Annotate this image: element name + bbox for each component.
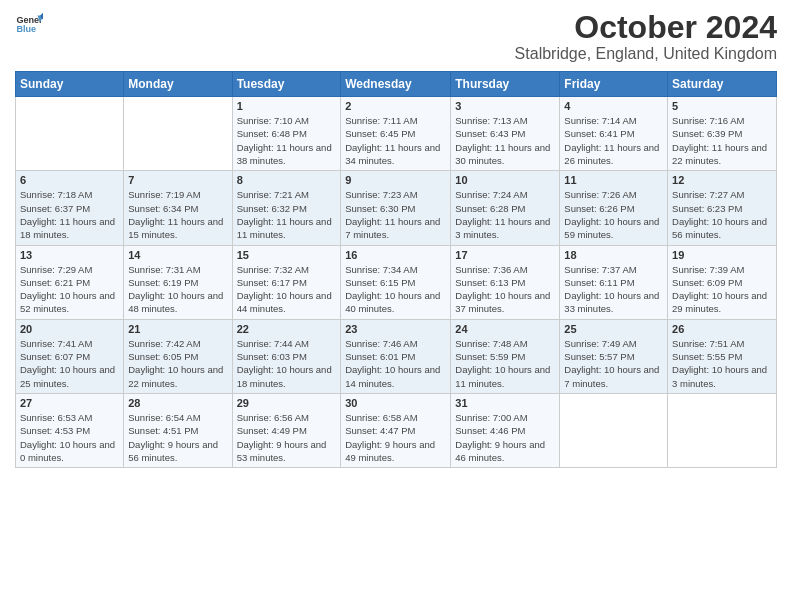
day-number: 10 — [455, 174, 555, 186]
weekday-header-friday: Friday — [560, 72, 668, 97]
day-info: Sunrise: 7:27 AM Sunset: 6:23 PM Dayligh… — [672, 188, 772, 241]
day-number: 4 — [564, 100, 663, 112]
day-number: 7 — [128, 174, 227, 186]
main-title: October 2024 — [515, 10, 777, 45]
day-info: Sunrise: 7:00 AM Sunset: 4:46 PM Dayligh… — [455, 411, 555, 464]
weekday-header-tuesday: Tuesday — [232, 72, 341, 97]
day-number: 24 — [455, 323, 555, 335]
day-cell: 21Sunrise: 7:42 AM Sunset: 6:05 PM Dayli… — [124, 319, 232, 393]
day-cell: 6Sunrise: 7:18 AM Sunset: 6:37 PM Daylig… — [16, 171, 124, 245]
day-number: 21 — [128, 323, 227, 335]
day-number: 12 — [672, 174, 772, 186]
day-info: Sunrise: 7:24 AM Sunset: 6:28 PM Dayligh… — [455, 188, 555, 241]
day-cell: 15Sunrise: 7:32 AM Sunset: 6:17 PM Dayli… — [232, 245, 341, 319]
day-info: Sunrise: 7:18 AM Sunset: 6:37 PM Dayligh… — [20, 188, 119, 241]
day-cell: 12Sunrise: 7:27 AM Sunset: 6:23 PM Dayli… — [668, 171, 777, 245]
subtitle: Stalbridge, England, United Kingdom — [515, 45, 777, 63]
logo-icon: General Blue — [15, 10, 43, 38]
week-row-3: 13Sunrise: 7:29 AM Sunset: 6:21 PM Dayli… — [16, 245, 777, 319]
day-number: 11 — [564, 174, 663, 186]
day-number: 9 — [345, 174, 446, 186]
day-cell: 26Sunrise: 7:51 AM Sunset: 5:55 PM Dayli… — [668, 319, 777, 393]
day-cell: 5Sunrise: 7:16 AM Sunset: 6:39 PM Daylig… — [668, 97, 777, 171]
day-number: 1 — [237, 100, 337, 112]
day-number: 16 — [345, 249, 446, 261]
day-info: Sunrise: 7:44 AM Sunset: 6:03 PM Dayligh… — [237, 337, 337, 390]
logo: General Blue — [15, 10, 43, 38]
day-info: Sunrise: 7:48 AM Sunset: 5:59 PM Dayligh… — [455, 337, 555, 390]
day-cell: 4Sunrise: 7:14 AM Sunset: 6:41 PM Daylig… — [560, 97, 668, 171]
day-cell: 20Sunrise: 7:41 AM Sunset: 6:07 PM Dayli… — [16, 319, 124, 393]
day-cell: 27Sunrise: 6:53 AM Sunset: 4:53 PM Dayli… — [16, 393, 124, 467]
day-cell — [16, 97, 124, 171]
day-info: Sunrise: 7:51 AM Sunset: 5:55 PM Dayligh… — [672, 337, 772, 390]
day-info: Sunrise: 7:49 AM Sunset: 5:57 PM Dayligh… — [564, 337, 663, 390]
week-row-4: 20Sunrise: 7:41 AM Sunset: 6:07 PM Dayli… — [16, 319, 777, 393]
svg-text:Blue: Blue — [16, 24, 36, 34]
day-number: 14 — [128, 249, 227, 261]
day-info: Sunrise: 7:16 AM Sunset: 6:39 PM Dayligh… — [672, 114, 772, 167]
day-cell: 11Sunrise: 7:26 AM Sunset: 6:26 PM Dayli… — [560, 171, 668, 245]
day-info: Sunrise: 7:41 AM Sunset: 6:07 PM Dayligh… — [20, 337, 119, 390]
day-number: 5 — [672, 100, 772, 112]
day-number: 6 — [20, 174, 119, 186]
day-cell: 14Sunrise: 7:31 AM Sunset: 6:19 PM Dayli… — [124, 245, 232, 319]
day-cell: 7Sunrise: 7:19 AM Sunset: 6:34 PM Daylig… — [124, 171, 232, 245]
day-number: 3 — [455, 100, 555, 112]
day-info: Sunrise: 7:31 AM Sunset: 6:19 PM Dayligh… — [128, 263, 227, 316]
day-cell: 17Sunrise: 7:36 AM Sunset: 6:13 PM Dayli… — [451, 245, 560, 319]
day-info: Sunrise: 6:54 AM Sunset: 4:51 PM Dayligh… — [128, 411, 227, 464]
day-info: Sunrise: 7:36 AM Sunset: 6:13 PM Dayligh… — [455, 263, 555, 316]
week-row-1: 1Sunrise: 7:10 AM Sunset: 6:48 PM Daylig… — [16, 97, 777, 171]
day-info: Sunrise: 7:29 AM Sunset: 6:21 PM Dayligh… — [20, 263, 119, 316]
day-info: Sunrise: 7:37 AM Sunset: 6:11 PM Dayligh… — [564, 263, 663, 316]
day-number: 15 — [237, 249, 337, 261]
day-number: 8 — [237, 174, 337, 186]
calendar-table: SundayMondayTuesdayWednesdayThursdayFrid… — [15, 71, 777, 468]
day-number: 27 — [20, 397, 119, 409]
day-number: 17 — [455, 249, 555, 261]
day-cell: 2Sunrise: 7:11 AM Sunset: 6:45 PM Daylig… — [341, 97, 451, 171]
day-cell: 22Sunrise: 7:44 AM Sunset: 6:03 PM Dayli… — [232, 319, 341, 393]
day-cell: 23Sunrise: 7:46 AM Sunset: 6:01 PM Dayli… — [341, 319, 451, 393]
day-number: 2 — [345, 100, 446, 112]
day-cell — [668, 393, 777, 467]
day-info: Sunrise: 6:58 AM Sunset: 4:47 PM Dayligh… — [345, 411, 446, 464]
week-row-2: 6Sunrise: 7:18 AM Sunset: 6:37 PM Daylig… — [16, 171, 777, 245]
day-cell: 25Sunrise: 7:49 AM Sunset: 5:57 PM Dayli… — [560, 319, 668, 393]
day-number: 25 — [564, 323, 663, 335]
day-info: Sunrise: 7:10 AM Sunset: 6:48 PM Dayligh… — [237, 114, 337, 167]
day-info: Sunrise: 7:26 AM Sunset: 6:26 PM Dayligh… — [564, 188, 663, 241]
weekday-header-thursday: Thursday — [451, 72, 560, 97]
day-number: 31 — [455, 397, 555, 409]
day-info: Sunrise: 7:46 AM Sunset: 6:01 PM Dayligh… — [345, 337, 446, 390]
day-cell: 13Sunrise: 7:29 AM Sunset: 6:21 PM Dayli… — [16, 245, 124, 319]
day-info: Sunrise: 7:32 AM Sunset: 6:17 PM Dayligh… — [237, 263, 337, 316]
day-info: Sunrise: 7:34 AM Sunset: 6:15 PM Dayligh… — [345, 263, 446, 316]
day-cell: 29Sunrise: 6:56 AM Sunset: 4:49 PM Dayli… — [232, 393, 341, 467]
day-info: Sunrise: 7:21 AM Sunset: 6:32 PM Dayligh… — [237, 188, 337, 241]
day-cell: 18Sunrise: 7:37 AM Sunset: 6:11 PM Dayli… — [560, 245, 668, 319]
day-info: Sunrise: 7:11 AM Sunset: 6:45 PM Dayligh… — [345, 114, 446, 167]
day-cell: 19Sunrise: 7:39 AM Sunset: 6:09 PM Dayli… — [668, 245, 777, 319]
day-cell: 31Sunrise: 7:00 AM Sunset: 4:46 PM Dayli… — [451, 393, 560, 467]
day-number: 18 — [564, 249, 663, 261]
day-cell: 16Sunrise: 7:34 AM Sunset: 6:15 PM Dayli… — [341, 245, 451, 319]
day-cell: 3Sunrise: 7:13 AM Sunset: 6:43 PM Daylig… — [451, 97, 560, 171]
day-number: 29 — [237, 397, 337, 409]
day-cell: 1Sunrise: 7:10 AM Sunset: 6:48 PM Daylig… — [232, 97, 341, 171]
day-info: Sunrise: 7:23 AM Sunset: 6:30 PM Dayligh… — [345, 188, 446, 241]
day-cell — [124, 97, 232, 171]
header: General Blue October 2024 Stalbridge, En… — [15, 10, 777, 63]
day-number: 28 — [128, 397, 227, 409]
day-number: 26 — [672, 323, 772, 335]
title-block: October 2024 Stalbridge, England, United… — [515, 10, 777, 63]
weekday-header-wednesday: Wednesday — [341, 72, 451, 97]
day-number: 23 — [345, 323, 446, 335]
day-info: Sunrise: 6:56 AM Sunset: 4:49 PM Dayligh… — [237, 411, 337, 464]
day-cell: 8Sunrise: 7:21 AM Sunset: 6:32 PM Daylig… — [232, 171, 341, 245]
day-number: 22 — [237, 323, 337, 335]
day-cell — [560, 393, 668, 467]
day-number: 19 — [672, 249, 772, 261]
calendar-page: General Blue October 2024 Stalbridge, En… — [0, 0, 792, 612]
